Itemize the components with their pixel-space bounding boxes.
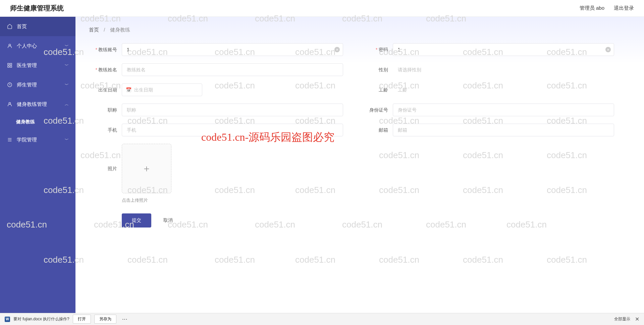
svg-rect-2 — [10, 63, 12, 65]
clear-icon[interactable]: ✕ — [605, 47, 611, 52]
showall-link[interactable]: 全部显示 — [614, 316, 630, 322]
saveas-button[interactable]: 另存为 — [94, 315, 116, 324]
user-icon — [7, 101, 13, 107]
label-birth: 出生日期 — [89, 83, 122, 96]
list-icon — [7, 137, 13, 143]
account-input[interactable] — [122, 43, 343, 56]
download-prompt: 要对 fujian.docx 执行什么操作? — [13, 316, 69, 322]
cancel-button[interactable]: 取消 — [163, 217, 173, 223]
birth-input[interactable] — [122, 83, 202, 96]
user-icon — [7, 43, 13, 49]
top-bar: 师生健康管理系统 管理员 abo 退出登录 — [0, 0, 644, 17]
label-account: *教练账号 — [89, 43, 122, 56]
label-title: 职称 — [89, 104, 122, 116]
download-bar: W 要对 fujian.docx 执行什么操作? 打开 另存为 ··· 全部显示… — [0, 313, 644, 325]
label-password: *密码 — [360, 43, 393, 56]
idcard-input[interactable] — [393, 104, 614, 116]
breadcrumb: 首页 / 健身教练 — [89, 27, 631, 33]
phone-input[interactable] — [122, 124, 343, 136]
sidebar-item-label: 师生管理 — [17, 82, 37, 88]
svg-rect-3 — [8, 66, 9, 67]
more-button[interactable]: ··· — [120, 316, 130, 322]
sidebar-item-college[interactable]: 学院管理 ﹀ — [0, 130, 75, 149]
sidebar-item-label: 健身教练管理 — [17, 101, 47, 108]
coach-form: *教练账号 ✕ *密码 ✕ *教练姓名 — [89, 43, 631, 227]
label-name: *教练姓名 — [89, 63, 122, 76]
admin-link[interactable]: 管理员 abo — [580, 5, 604, 11]
chevron-up-icon: ︿ — [65, 102, 69, 107]
sidebar-item-teacher-student[interactable]: 师生管理 ﹀ — [0, 75, 75, 94]
sidebar-item-coach-mgmt[interactable]: 健身教练管理 ︿ — [0, 94, 75, 114]
open-button[interactable]: 打开 — [73, 315, 91, 324]
sidebar: 首页 个人中心 ﹀ 医生管理 ﹀ 师生管理 ﹀ 健身教练管理 ︿ 健身教练 学院… — [0, 17, 75, 313]
label-email: 邮箱 — [360, 124, 393, 136]
chevron-down-icon: ﹀ — [65, 43, 69, 49]
sidebar-item-doctor[interactable]: 医生管理 ﹀ — [0, 56, 75, 75]
main-content: 首页 / 健身教练 *教练账号 ✕ *密码 ✕ — [75, 17, 644, 313]
photo-upload[interactable]: ＋ — [122, 144, 171, 193]
sidebar-item-personal[interactable]: 个人中心 ﹀ — [0, 36, 75, 56]
chevron-down-icon: ﹀ — [65, 82, 69, 88]
chevron-down-icon: ﹀ — [65, 137, 69, 143]
top-right: 管理员 abo 退出登录 — [580, 5, 634, 11]
title-input[interactable] — [122, 104, 343, 116]
upload-hint: 点击上传照片 — [122, 197, 171, 203]
chevron-down-icon: ﹀ — [65, 63, 69, 68]
grid-icon — [7, 62, 13, 68]
sidebar-item-label: 医生管理 — [17, 62, 37, 69]
sidebar-subitem-coach[interactable]: 健身教练 — [0, 114, 75, 130]
label-workage: 工龄 — [360, 83, 393, 96]
workage-input[interactable] — [393, 83, 614, 96]
sidebar-item-label: 个人中心 — [17, 43, 37, 49]
sidebar-item-label: 学院管理 — [17, 137, 37, 143]
label-photo: 照片 — [89, 144, 122, 193]
breadcrumb-current: 健身教练 — [110, 27, 130, 32]
label-idcard: 身份证号 — [360, 104, 393, 116]
clear-icon[interactable]: ✕ — [334, 47, 340, 52]
sidebar-item-label: 首页 — [17, 23, 27, 30]
svg-rect-1 — [8, 63, 9, 65]
logout-link[interactable]: 退出登录 — [614, 5, 634, 11]
label-gender: 性别 — [360, 63, 393, 76]
name-input[interactable] — [122, 63, 343, 76]
breadcrumb-home[interactable]: 首页 — [89, 27, 99, 32]
clock-icon — [7, 82, 13, 88]
label-phone: 手机 — [89, 124, 122, 136]
svg-point-6 — [9, 103, 10, 104]
home-icon — [7, 23, 13, 29]
email-input[interactable] — [393, 124, 614, 136]
svg-point-0 — [9, 44, 10, 46]
sidebar-item-home[interactable]: 首页 — [0, 17, 75, 36]
submit-button[interactable]: 提交 — [122, 213, 151, 227]
password-input[interactable] — [393, 43, 614, 56]
word-icon: W — [5, 317, 10, 322]
sidebar-subitem-label: 健身教练 — [16, 119, 35, 125]
breadcrumb-sep: / — [104, 27, 105, 32]
plus-icon: ＋ — [142, 162, 151, 175]
gender-select[interactable] — [393, 63, 614, 76]
app-title: 师生健康管理系统 — [10, 4, 64, 13]
svg-rect-4 — [10, 66, 12, 67]
close-icon[interactable]: ✕ — [635, 316, 639, 322]
